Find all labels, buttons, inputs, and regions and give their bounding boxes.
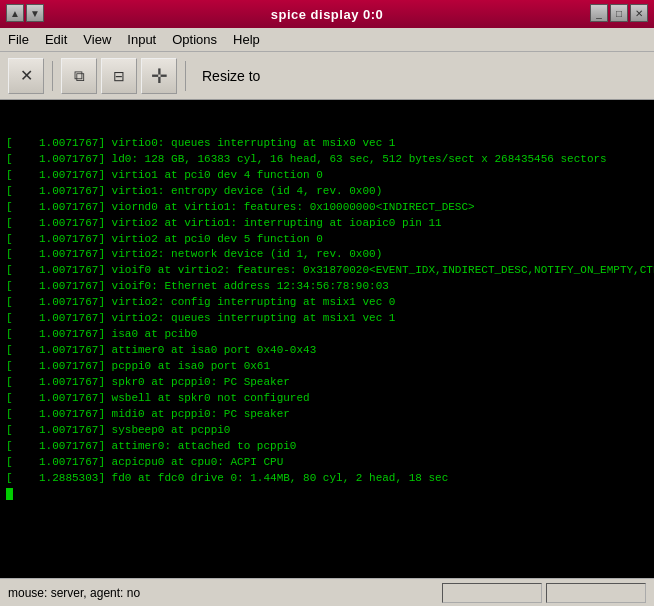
wm-buttons-right: _ □ ✕	[590, 4, 648, 22]
terminal-line: [ 1.0071767] sysbeep0 at pcppi0	[6, 423, 648, 439]
wm-btn-1[interactable]: ▲	[6, 4, 24, 22]
menu-view[interactable]: View	[75, 30, 119, 49]
terminal-line: [ 1.0071767] attimer0: attached to pcppi…	[6, 439, 648, 455]
terminal-line: [ 1.0071767] vioif0: Ethernet address 12…	[6, 279, 648, 295]
wm-buttons-left: ▲ ▼	[6, 4, 44, 22]
terminal-line: [ 1.0071767] virtio2: config interruptin…	[6, 295, 648, 311]
toolbar-separator-1	[52, 61, 53, 91]
wm-maximize-btn[interactable]: □	[610, 4, 628, 22]
toolbar: ✕ ⧉ ⊟ ✛ Resize to	[0, 52, 654, 100]
terminal-line: [ 1.0071767] wsbell at spkr0 not configu…	[6, 391, 648, 407]
terminal-line: [ 1.0071767] virtio2 at virtio1: interru…	[6, 216, 648, 232]
menu-options[interactable]: Options	[164, 30, 225, 49]
copy-icon: ⧉	[74, 67, 85, 85]
terminal-line: [ 1.0071767] acpicpu0 at cpu0: ACPI CPU	[6, 455, 648, 471]
terminal-line: [ 1.0071767] midi0 at pcppi0: PC speaker	[6, 407, 648, 423]
terminal-lines: [ 1.0071767] virtio0: queues interruptin…	[6, 136, 648, 503]
copy-button[interactable]: ⧉	[61, 58, 97, 94]
toolbar-separator-2	[185, 61, 186, 91]
move-icon: ✛	[151, 64, 168, 88]
terminal-line: [ 1.0071767] vioif0 at virtio2: features…	[6, 263, 648, 279]
terminal-line: [ 1.0071767] virtio2: queues interruptin…	[6, 311, 648, 327]
disconnect-button[interactable]: ✕	[8, 58, 44, 94]
resize-to-label: Resize to	[202, 68, 260, 84]
terminal-line: [ 1.0071767] attimer0 at isa0 port 0x40-…	[6, 343, 648, 359]
terminal-line: [ 1.0071767] virtio2 at pci0 dev 5 funct…	[6, 232, 648, 248]
terminal-line: [ 1.2885303] fd0 at fdc0 drive 0: 1.44MB…	[6, 471, 648, 487]
disconnect-icon: ✕	[20, 66, 33, 85]
terminal-line: [ 1.0071767] isa0 at pcib0	[6, 327, 648, 343]
wm-close-btn[interactable]: ✕	[630, 4, 648, 22]
terminal-output: [ 1.0071767] virtio0: queues interruptin…	[0, 100, 654, 578]
terminal-line: [ 1.0071767] virtio2: network device (id…	[6, 247, 648, 263]
terminal-line: [ 1.0071767] virtio1: entropy device (id…	[6, 184, 648, 200]
paste-icon: ⊟	[113, 68, 125, 84]
status-panel-1	[442, 583, 542, 603]
terminal-cursor-line	[6, 487, 648, 503]
status-bar: mouse: server, agent: no	[0, 578, 654, 606]
terminal-line: [ 1.0071767] ld0: 128 GB, 16383 cyl, 16 …	[6, 152, 648, 168]
status-text: mouse: server, agent: no	[8, 586, 438, 600]
wm-btn-2[interactable]: ▼	[26, 4, 44, 22]
menu-input[interactable]: Input	[119, 30, 164, 49]
terminal-line: [ 1.0071767] viornd0 at virtio1: feature…	[6, 200, 648, 216]
menu-help[interactable]: Help	[225, 30, 268, 49]
menu-file[interactable]: File	[0, 30, 37, 49]
title-bar: ▲ ▼ spice display 0:0 _ □ ✕	[0, 0, 654, 28]
title-bar-text: spice display 0:0	[271, 7, 384, 22]
terminal-line: [ 1.0071767] spkr0 at pcppi0: PC Speaker	[6, 375, 648, 391]
move-button[interactable]: ✛	[141, 58, 177, 94]
menu-edit[interactable]: Edit	[37, 30, 75, 49]
terminal-line: [ 1.0071767] virtio0: queues interruptin…	[6, 136, 648, 152]
wm-minimize-btn[interactable]: _	[590, 4, 608, 22]
terminal-line: [ 1.0071767] virtio1 at pci0 dev 4 funct…	[6, 168, 648, 184]
status-panel-2	[546, 583, 646, 603]
terminal-line: [ 1.0071767] pcppi0 at isa0 port 0x61	[6, 359, 648, 375]
menu-bar: File Edit View Input Options Help	[0, 28, 654, 52]
paste-button[interactable]: ⊟	[101, 58, 137, 94]
